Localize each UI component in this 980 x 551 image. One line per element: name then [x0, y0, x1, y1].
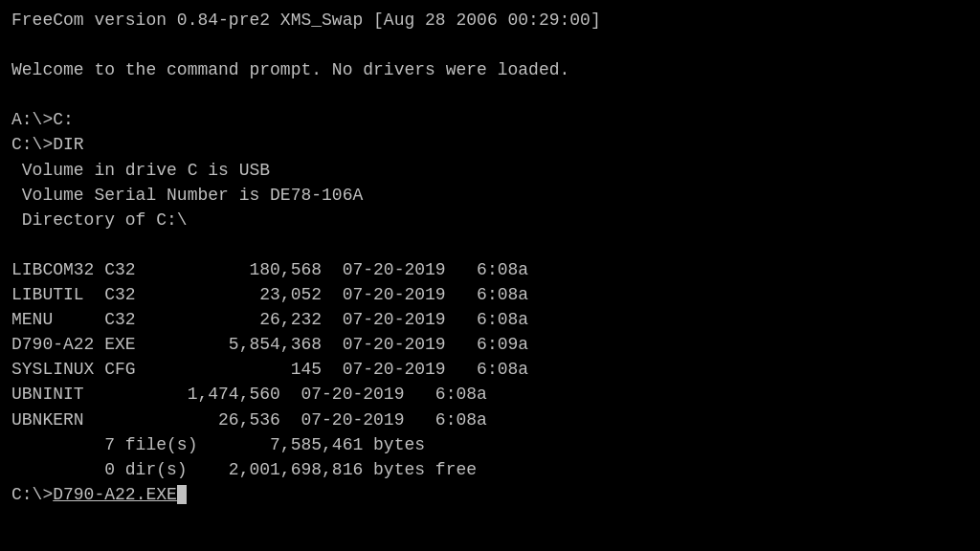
line-file7: UBNKERN 26,536 07-20-2019 6:08a [11, 408, 969, 432]
cursor [177, 485, 187, 504]
line-prompt[interactable]: C:\>D790-A22.EXE [11, 482, 969, 507]
line-dir1: Directory of C:\ [11, 208, 969, 232]
line-file2: LIBUTIL C32 23,052 07-20-2019 6:08a [11, 282, 969, 307]
line-file6: UBNINIT 1,474,560 07-20-2019 6:08a [11, 382, 969, 407]
command-text: D790-A22.EXE [53, 485, 177, 504]
line-vol2: Volume Serial Number is DE78-106A [11, 183, 969, 208]
line-file3: MENU C32 26,232 07-20-2019 6:08a [11, 307, 969, 332]
terminal-window: FreeCom version 0.84-pre2 XMS_Swap [Aug … [11, 8, 969, 507]
line-blank2 [11, 82, 969, 107]
line-summary1: 7 file(s) 7,585,461 bytes [11, 432, 969, 457]
line-file5: SYSLINUX CFG 145 07-20-2019 6:08a [11, 357, 969, 382]
line-blank1 [11, 33, 969, 57]
line-welcome: Welcome to the command prompt. No driver… [11, 57, 969, 82]
line-vol1: Volume in drive C is USB [11, 158, 969, 183]
line-cmd1: A:\>C: [11, 107, 969, 132]
line-cmd2: C:\>DIR [11, 132, 969, 157]
line-summary2: 0 dir(s) 2,001,698,816 bytes free [11, 457, 969, 482]
line-file1: LIBCOM32 C32 180,568 07-20-2019 6:08a [11, 257, 969, 282]
line-file4: D790-A22 EXE 5,854,368 07-20-2019 6:09a [11, 332, 969, 357]
line-version: FreeCom version 0.84-pre2 XMS_Swap [Aug … [11, 8, 969, 33]
line-blank3 [11, 232, 969, 257]
